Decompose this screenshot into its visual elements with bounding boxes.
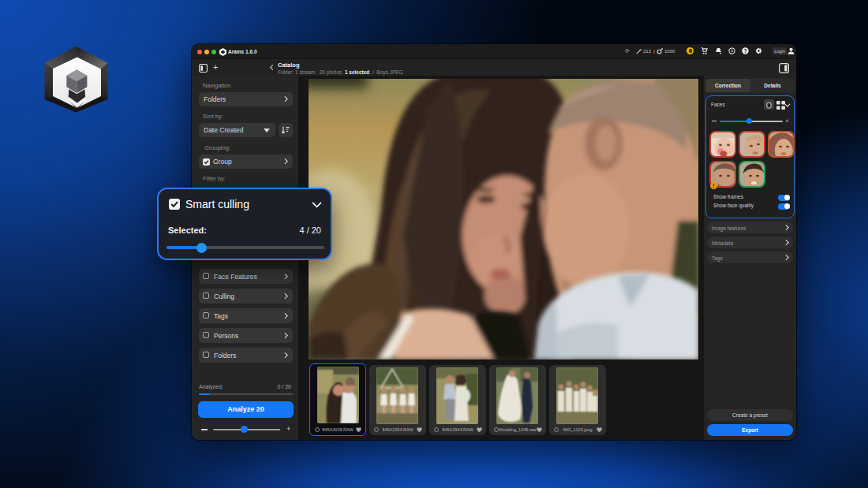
svg-text:?: ? <box>743 48 746 54</box>
